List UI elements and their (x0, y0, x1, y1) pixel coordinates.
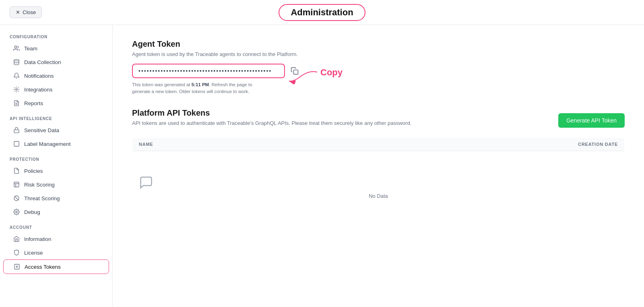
sidebar-section-protection: PROTECTION (0, 157, 112, 162)
sidebar-section-account: ACCOUNT (0, 225, 112, 230)
sidebar-item-policies[interactable]: Policies (3, 164, 109, 178)
empty-state-row: No Data (132, 151, 625, 223)
sidebar-item-debug[interactable]: Debug (3, 205, 109, 219)
copy-arrow (285, 68, 321, 84)
sidebar-item-label: Notifications (24, 73, 54, 79)
platform-tokens-section: Platform API Tokens API tokens are used … (132, 108, 625, 224)
sidebar-item-label: Label Management (24, 141, 71, 147)
token-input[interactable] (138, 68, 279, 74)
sidebar-item-label: Team (24, 46, 37, 52)
agent-token-title: Agent Token (132, 39, 625, 49)
sidebar-item-label: Reports (24, 100, 43, 106)
svg-point-0 (14, 46, 17, 48)
sidebar-item-sensitive-data[interactable]: Sensitive Data (3, 123, 109, 137)
shield-icon (13, 167, 20, 174)
platform-tokens-title: Platform API Tokens (132, 108, 411, 118)
table-body: No Data (132, 151, 625, 223)
svg-rect-7 (14, 182, 19, 187)
token-input-row: Copy (132, 64, 625, 81)
generate-api-token-button[interactable]: Generate API Token (558, 113, 625, 128)
sidebar-item-information[interactable]: Information (3, 232, 109, 246)
svg-point-1 (14, 59, 19, 61)
sidebar-section-configuration: CONFIGURATION (0, 35, 112, 39)
page-title: Administration (279, 4, 365, 21)
users-icon (13, 45, 20, 52)
home-icon (13, 235, 20, 243)
sidebar-item-data-collection[interactable]: Data Collection (3, 55, 109, 69)
bell-icon (13, 72, 20, 79)
token-input-border (132, 64, 285, 78)
no-data-icon (139, 175, 618, 190)
no-data-label: No Data (139, 193, 618, 199)
column-creation-date: CREATION DATE (300, 137, 625, 151)
sidebar-item-label: Access Tokens (25, 264, 61, 270)
sidebar-item-label-management[interactable]: Label Management (3, 137, 109, 151)
api-tokens-table: NAME CREATION DATE No Data (132, 137, 625, 224)
sidebar-item-risk-scoring[interactable]: Risk Scoring (3, 178, 109, 191)
column-name: NAME (132, 137, 300, 151)
copy-label-text: Copy (320, 67, 343, 78)
platform-tokens-description: API tokens are used to authenticate with… (132, 120, 411, 126)
svg-rect-5 (14, 130, 19, 133)
sidebar-item-reports[interactable]: Reports (3, 96, 109, 110)
sidebar-section-api-intelligence: API INTELLIGENCE (0, 116, 112, 121)
sidebar-item-license[interactable]: License (3, 246, 109, 259)
sidebar-item-label: License (24, 250, 43, 256)
sidebar: CONFIGURATION Team Data Collection Notif… (0, 25, 113, 307)
sidebar-item-label: Debug (24, 209, 40, 215)
integrations-icon (13, 86, 20, 93)
sidebar-item-label: Integrations (24, 87, 53, 93)
sidebar-item-threat-scoring[interactable]: Threat Scoring (3, 191, 109, 205)
risk-icon (13, 181, 20, 188)
svg-point-2 (16, 89, 17, 90)
platform-tokens-title-group: Platform API Tokens API tokens are used … (132, 108, 411, 133)
key-icon (13, 263, 21, 270)
gear-icon (13, 208, 20, 216)
close-icon: ✕ (16, 9, 20, 15)
agent-token-section: Agent Token Agent token is used by the T… (132, 39, 625, 95)
no-data-cell: No Data (132, 151, 625, 223)
license-icon (13, 249, 20, 256)
copy-annotation: Copy (320, 67, 343, 78)
table-header: NAME CREATION DATE (132, 137, 625, 151)
threat-icon (13, 195, 20, 202)
platform-tokens-header: Platform API Tokens API tokens are used … (132, 108, 625, 133)
sidebar-item-notifications[interactable]: Notifications (3, 69, 109, 83)
reports-icon (13, 100, 20, 107)
token-hint-time: 5:11 PM (192, 82, 209, 87)
header: ✕ Close Administration (0, 0, 644, 25)
sidebar-item-team[interactable]: Team (3, 41, 109, 55)
database-icon (13, 58, 20, 66)
sidebar-item-label: Sensitive Data (24, 127, 59, 133)
svg-rect-6 (14, 141, 19, 146)
token-hint: This token was generated at 5:11 PM. Ref… (132, 81, 269, 95)
sidebar-item-label: Risk Scoring (24, 182, 55, 188)
main-content: Agent Token Agent token is used by the T… (113, 25, 644, 307)
token-hint-prefix: This token was generated at (132, 82, 192, 87)
sidebar-item-label: Data Collection (24, 59, 61, 65)
svg-point-10 (16, 211, 17, 213)
sidebar-item-access-tokens[interactable]: Access Tokens (3, 259, 109, 274)
tag-icon (13, 140, 20, 147)
sidebar-item-label: Threat Scoring (24, 195, 60, 201)
token-field-wrapper (132, 64, 301, 78)
sidebar-item-integrations[interactable]: Integrations (3, 83, 109, 96)
lock-icon (13, 127, 20, 134)
agent-token-description: Agent token is used by the Traceable age… (132, 51, 625, 57)
sidebar-item-label: Policies (24, 168, 43, 174)
close-button[interactable]: ✕ Close (10, 6, 42, 18)
close-label: Close (23, 9, 36, 15)
svg-line-9 (14, 196, 18, 200)
main-layout: CONFIGURATION Team Data Collection Notif… (0, 25, 644, 307)
sidebar-item-label: Information (24, 236, 52, 242)
